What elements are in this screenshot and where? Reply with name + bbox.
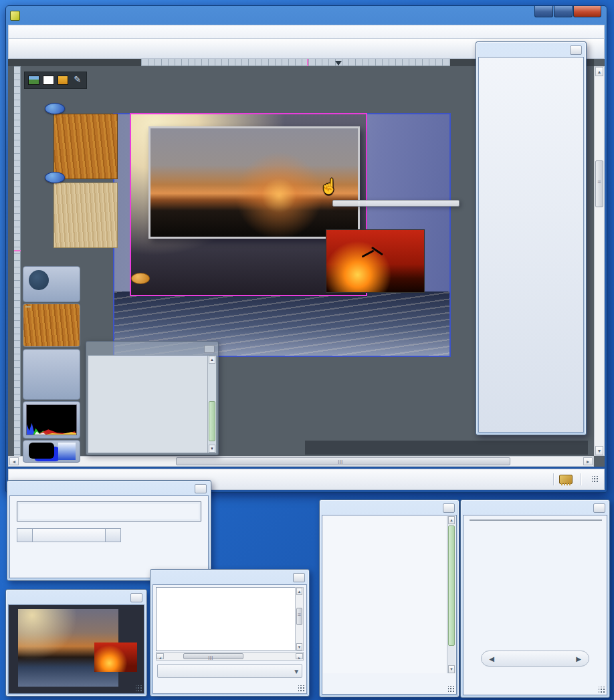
history-list: ▲▼ <box>88 355 217 453</box>
toolbox-close-icon[interactable] <box>570 45 582 55</box>
histogram-box[interactable] <box>23 401 80 439</box>
canvas-hscrollbar[interactable]: ◂▸ <box>8 456 594 467</box>
gradient-title-bar[interactable] <box>9 483 209 495</box>
app-icon <box>10 11 20 21</box>
palette-body: ◀ ▶ <box>463 515 607 695</box>
toolbox-body <box>478 57 584 433</box>
swatch-grid <box>470 519 602 521</box>
primary-color-well[interactable] <box>29 443 54 459</box>
resize-grip[interactable] <box>592 476 599 483</box>
swatch-next-button[interactable]: ▶ <box>569 655 589 663</box>
text-badge[interactable] <box>131 273 150 284</box>
preview-resize-grip[interactable] <box>136 685 142 692</box>
history-scrollbar[interactable]: ▲▼ <box>207 356 216 453</box>
palette-title-bar[interactable] <box>463 502 607 515</box>
layer-info-bar <box>305 441 588 455</box>
image-thumb-button[interactable] <box>28 76 39 85</box>
tool-tooltip <box>332 200 459 207</box>
preview-title-bar[interactable] <box>8 592 144 604</box>
gradient-nav <box>17 528 130 542</box>
layers-window: ▲ ▼ <box>319 499 459 697</box>
palette-resize-grip[interactable] <box>599 687 605 693</box>
markup-window: ▲ ▼ ◂ ▸ <box>150 569 310 697</box>
markup-body: ▲ ▼ ◂ ▸ <box>152 584 307 694</box>
layers-resize-grip[interactable] <box>448 686 455 693</box>
maximize-button[interactable] <box>554 6 573 17</box>
close-button[interactable] <box>573 6 601 17</box>
preview-window <box>5 589 147 697</box>
layers-close-icon[interactable] <box>443 503 455 513</box>
canvas-vscrollbar[interactable]: ▲▼ <box>594 66 605 456</box>
markup-vscrollbar[interactable]: ▲ ▼ <box>295 587 304 651</box>
window-controls <box>534 6 601 17</box>
texture-thumbnail-1[interactable] <box>54 114 118 179</box>
texture-slot[interactable] <box>23 304 80 347</box>
history-close-icon[interactable] <box>204 345 215 353</box>
texture-slot-label <box>25 306 31 308</box>
color-wells[interactable] <box>23 440 80 463</box>
dock-buttons <box>23 349 80 400</box>
layers-title-bar[interactable] <box>322 502 457 515</box>
pen-icon[interactable]: ✎ <box>72 76 83 85</box>
layers-body: ▲ ▼ <box>322 515 457 695</box>
brush-preview-icon <box>29 270 49 290</box>
layers-scrollbar[interactable]: ▲ ▼ <box>447 516 455 673</box>
layers-list: ▲ ▼ <box>323 516 455 673</box>
history-title-bar[interactable] <box>88 343 217 354</box>
ruler-cursor-tick <box>307 59 308 66</box>
brush-indicator[interactable] <box>23 266 80 302</box>
swatch-nav: ◀ ▶ <box>481 651 589 667</box>
hand-cursor-icon: ☝ <box>320 178 338 195</box>
minimize-button[interactable] <box>534 6 553 17</box>
title-bar[interactable] <box>10 8 526 23</box>
preview-body <box>8 604 144 694</box>
common-tags-dropdown[interactable] <box>157 664 302 678</box>
toolbox-window <box>476 41 587 435</box>
markup-text-area[interactable] <box>156 587 304 651</box>
menu-bar <box>8 25 605 39</box>
desktop: { "ui": { "close_glyph": "✕", "accent": … <box>0 0 614 700</box>
clipboard-button[interactable] <box>58 76 69 85</box>
memory-chip-icon <box>559 475 573 484</box>
bird-silhouette <box>361 249 384 259</box>
markup-close-icon[interactable] <box>293 573 305 582</box>
dawn-photo-layer[interactable] <box>326 229 425 293</box>
markup-hscrollbar[interactable]: ◂ ▸ <box>156 652 304 661</box>
markup-resize-grip[interactable] <box>298 685 305 692</box>
preview-close-icon[interactable] <box>130 593 142 602</box>
history-window: ▲▼ <box>86 341 219 455</box>
blank-frame-button[interactable] <box>43 76 54 85</box>
palette-close-icon[interactable] <box>593 503 605 513</box>
next-point-button[interactable] <box>105 528 121 542</box>
vruler-cursor-tick <box>14 250 21 251</box>
vscroll-thumb[interactable] <box>595 160 603 207</box>
canvas-mini-toolbar: ✎ <box>24 72 87 89</box>
tex-badge-2[interactable] <box>45 172 65 183</box>
preview-dawn-thumb <box>94 643 137 672</box>
gradient-well[interactable] <box>58 443 76 460</box>
tex-badge[interactable] <box>45 103 65 114</box>
gradient-body <box>9 495 209 578</box>
ruler-marker-icon <box>335 61 342 66</box>
preview-image <box>18 609 118 687</box>
gradient-close-icon[interactable] <box>195 484 207 493</box>
toolbox-title-bar[interactable] <box>478 44 584 57</box>
gradient-manager-window <box>7 480 211 581</box>
gradient-strip[interactable] <box>17 501 201 521</box>
texture-thumbnail-2[interactable] <box>54 183 118 248</box>
palette-window: ◀ ▶ <box>460 499 610 698</box>
histogram <box>26 404 77 435</box>
point-counter <box>33 528 105 542</box>
vertical-ruler <box>14 66 21 456</box>
markup-title-bar[interactable] <box>152 572 307 584</box>
hscroll-thumb[interactable] <box>176 457 510 465</box>
swatch-prev-button[interactable]: ◀ <box>482 655 502 663</box>
prev-point-button[interactable] <box>17 528 33 542</box>
